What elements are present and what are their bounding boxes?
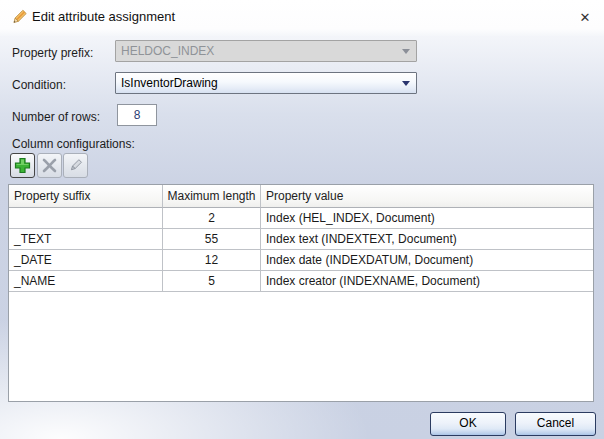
column-configurations-label: Column configurations: [12, 137, 135, 151]
cell-max-length[interactable]: 2 [163, 208, 261, 229]
column-configurations-table[interactable]: Property suffix Maximum length Property … [8, 184, 594, 402]
table-row[interactable]: _TEXT 55 Index text (INDEXTEXT, Document… [9, 229, 593, 250]
number-of-rows-label: Number of rows: [12, 110, 100, 124]
condition-label: Condition: [12, 78, 66, 92]
add-row-button[interactable] [10, 153, 35, 178]
ok-button[interactable]: OK [430, 412, 506, 436]
cell-value[interactable]: Index (HEL_INDEX, Document) [261, 208, 593, 229]
header-property-suffix[interactable]: Property suffix [9, 185, 163, 208]
cancel-button[interactable]: Cancel [515, 412, 596, 436]
property-prefix-combobox: HELDOC_INDEX [115, 40, 417, 62]
table-header-row: Property suffix Maximum length Property … [9, 185, 593, 208]
cell-max-length[interactable]: 12 [163, 250, 261, 271]
edit-row-button [63, 153, 88, 178]
cell-max-length[interactable]: 55 [163, 229, 261, 250]
cell-value[interactable]: Index creator (INDEXNAME, Document) [261, 271, 593, 292]
condition-combobox[interactable]: IsInventorDrawing [115, 72, 417, 94]
cell-suffix[interactable]: _NAME [9, 271, 163, 292]
dialog-titlebar: Edit attribute assignment ✕ [0, 0, 604, 36]
cell-suffix[interactable]: _DATE [9, 250, 163, 271]
close-icon[interactable]: ✕ [576, 9, 594, 27]
header-maximum-length[interactable]: Maximum length [163, 185, 261, 208]
header-property-value[interactable]: Property value [261, 185, 593, 208]
delete-x-icon [42, 158, 57, 173]
chevron-down-icon[interactable] [396, 81, 416, 86]
cell-suffix[interactable] [9, 208, 163, 229]
table-row[interactable]: 2 Index (HEL_INDEX, Document) [9, 208, 593, 229]
delete-row-button [37, 153, 62, 178]
table-row[interactable]: _DATE 12 Index date (INDEXDATUM, Documen… [9, 250, 593, 271]
cell-suffix[interactable]: _TEXT [9, 229, 163, 250]
chevron-down-icon [396, 49, 416, 54]
edit-pencil-gray-icon [68, 158, 83, 173]
cell-value[interactable]: Index date (INDEXDATUM, Document) [261, 250, 593, 271]
table-row[interactable]: _NAME 5 Index creator (INDEXNAME, Docume… [9, 271, 593, 292]
property-prefix-value: HELDOC_INDEX [116, 44, 396, 58]
property-prefix-label: Property prefix: [12, 46, 93, 60]
edit-pencil-icon [10, 8, 28, 26]
condition-value: IsInventorDrawing [116, 76, 396, 90]
dialog-title: Edit attribute assignment [32, 9, 175, 24]
cell-max-length[interactable]: 5 [163, 271, 261, 292]
add-plus-icon [14, 157, 31, 174]
number-of-rows-input[interactable]: 8 [117, 104, 157, 126]
cell-value[interactable]: Index text (INDEXTEXT, Document) [261, 229, 593, 250]
